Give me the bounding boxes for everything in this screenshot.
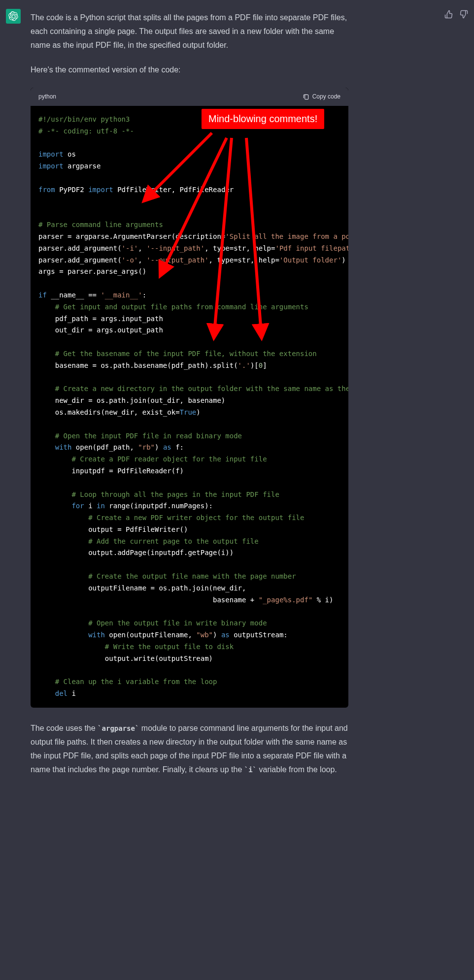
copy-code-label: Copy code xyxy=(312,92,340,102)
outro-paragraph: The code uses the `argparse` module to p… xyxy=(31,721,348,777)
assistant-avatar xyxy=(6,9,21,24)
intro-paragraph-2: Here's the commented version of the code… xyxy=(31,63,348,77)
code-block: python Copy code #!/usr/bin/env python3 … xyxy=(31,88,348,708)
openai-logo-icon xyxy=(8,11,18,21)
code-lang-label: python xyxy=(38,92,56,102)
code-block-header: python Copy code xyxy=(31,88,348,106)
thumbs-up-icon[interactable] xyxy=(444,10,453,19)
inline-code-argparse: `argparse` xyxy=(98,724,139,732)
annotation-callout: Mind-blowing comments! xyxy=(202,109,324,129)
svg-rect-0 xyxy=(305,95,308,99)
message-row: The code is a Python script that splits … xyxy=(0,0,474,801)
code-body[interactable]: #!/usr/bin/env python3 # -*- coding: utf… xyxy=(31,106,348,708)
clipboard-icon xyxy=(303,94,309,100)
copy-code-button[interactable]: Copy code xyxy=(303,92,340,102)
message-actions xyxy=(444,10,468,19)
inline-code-i: `i` xyxy=(244,766,257,774)
intro-paragraph-1: The code is a Python script that splits … xyxy=(31,11,348,52)
thumbs-down-icon[interactable] xyxy=(459,10,468,19)
